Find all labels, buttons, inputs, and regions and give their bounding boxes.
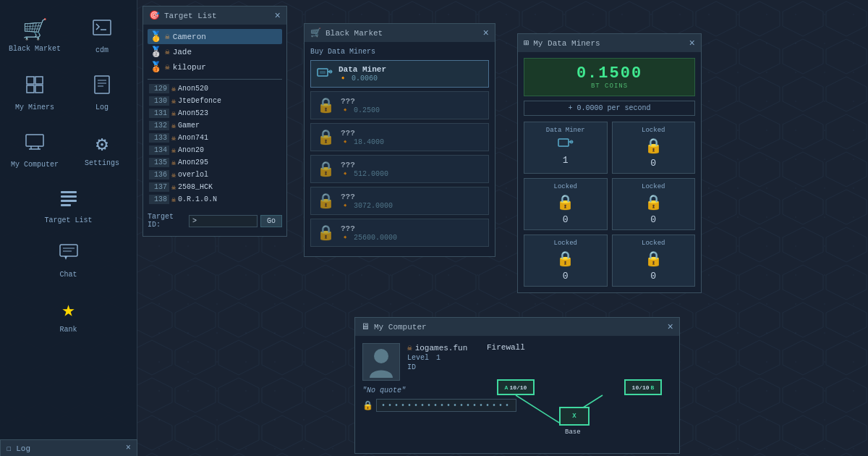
bm-item-name-2: ??? [341,97,482,106]
comp-site: iogames.fun [415,344,468,352]
miners-close[interactable]: × [689,38,695,48]
bm-item-info-5: ??? 🔸 3072.0000 [341,193,482,210]
sidebar-item-cdm[interactable]: cdm [72,9,133,63]
rank-silver-icon: 🥈 [150,46,162,58]
tl-skull-icon: ☠ [171,146,176,155]
tl-item-num: 131 [149,109,169,118]
miners-cell-count-3: 0 [563,214,569,225]
target-list-item[interactable]: 130 ☠ JteDefonce [148,95,282,107]
miners-cell-count-4: 0 [650,214,656,225]
miners-header[interactable]: ⊞ My Data Miners × [518,34,701,52]
bm-item-locked-4[interactable]: 🔒 ??? 🔸 3072.0000 [310,187,489,215]
computer-header[interactable]: 🖥 My Computer × [355,318,679,336]
lock-cell-icon-3: 🔒 [556,193,574,211]
black-market-icon: 🛒 [310,28,321,38]
tl-skull-icon: ☠ [171,171,176,180]
target-list-item[interactable]: 136 ☠ overlol [148,169,282,181]
svg-rect-7 [35,85,43,93]
lock-cell-icon-4: 🔒 [644,193,663,211]
sidebar-item-my-miners[interactable]: My Miners [4,66,66,120]
sidebar-item-black-market[interactable]: 🛒 Black Market [4,9,66,63]
sidebar-item-settings[interactable]: ⚙ Settings [72,123,133,177]
target-go-button[interactable]: Go [260,215,282,227]
sidebar-item-target-list[interactable]: Target List [0,180,137,232]
tl-skull-icon: ☠ [171,122,176,130]
svg-rect-5 [35,77,43,84]
bm-item-name-5: ??? [341,193,482,201]
sidebar-item-rank[interactable]: ★ Rank [0,289,137,341]
tl-item-name: Anon295 [178,159,208,166]
target-list-row-2[interactable]: 🥈 ☠ Jade [148,44,282,59]
tl-item-num: 132 [149,121,169,130]
black-market-title-row: 🛒 Black Market [310,28,383,38]
log-icon [92,75,112,101]
bm-item-locked-2[interactable]: 🔒 ??? 🔸 18.4000 [310,123,489,151]
target-list-item[interactable]: 132 ☠ Gamer [148,119,282,132]
sidebar-label-log: Log [95,104,109,111]
target-list-item[interactable]: 134 ☠ Anon20 [148,144,282,156]
target-list-row-1[interactable]: 🥇 ☠ Cameron [148,29,282,44]
sidebar-label-black-market: Black Market [9,45,61,53]
bm-item-data-miner[interactable]: Data Miner 🔸 0.0060 [310,60,489,88]
bm-coin-icon-1: 🔸 [339,75,347,83]
computer-avatar-row: ☠ iogames.fun Level 1 ID [362,343,478,381]
black-market-header[interactable]: 🛒 Black Market × [305,24,495,42]
target-list-item[interactable]: 133 ☠ Anon741 [148,132,282,144]
log-panel-header[interactable]: ☐ Log × [1,440,137,456]
log-panel-title: ☐ Log [7,444,30,453]
target-name-3: kilopur [173,63,206,72]
tl-item-num: 137 [149,182,169,192]
sidebar-item-chat[interactable]: Chat [0,235,137,286]
comp-password-row: 🔒 •••••••••••••••••••• [362,399,478,412]
tl-item-num: 134 [149,145,169,155]
computer-title-row: 🖥 My Computer [361,321,427,332]
tl-item-name: 0.R.1.0.N [178,195,217,203]
miners-cell-icon-1 [558,137,574,152]
target-id-input[interactable] [189,215,258,227]
black-market-close[interactable]: × [483,28,489,38]
tl-item-name: Anon20 [178,146,204,154]
target-list-close[interactable]: × [275,11,281,21]
target-list-icon-header: 🎯 [149,10,160,21]
bm-item-locked-5[interactable]: 🔒 ??? 🔸 25600.0000 [310,219,489,247]
miners-balance-amount: 0.1500 [530,64,689,83]
target-list-item[interactable]: 137 ☠ 2508_HCK [148,181,282,193]
miners-cell-label-4: Locked [642,183,665,190]
skull-icon-1: ☠ [165,32,170,41]
svg-rect-28 [558,139,569,146]
tl-item-num: 135 [149,158,169,167]
sidebar-item-my-computer[interactable]: My Computer [4,123,66,177]
black-market-content: Buy Data Miners Data Miner 🔸 0.0060 [305,42,495,256]
svg-rect-27 [320,71,326,74]
black-market-title: Black Market [326,29,383,38]
bm-coin-icon-4: 🔸 [341,170,349,178]
bm-item-price-1: 🔸 0.0060 [339,74,482,83]
sidebar-label-rank: Rank [59,326,77,334]
log-panel-close[interactable]: × [126,443,131,453]
miners-cell-4: Locked 🔒 0 [612,178,696,230]
comp-skull-icon: ☠ [407,343,412,352]
target-list-item[interactable]: 135 ☠ Anon295 [148,156,282,169]
target-list-item[interactable]: 138 ☠ 0.R.1.0.N [148,193,282,206]
target-list-row-3[interactable]: 🥉 ☠ kilopur [148,59,282,75]
password-lock-icon: 🔒 [362,400,373,411]
target-list-header[interactable]: 🎯 Target List × [143,7,286,25]
miners-grid: Data Miner 1 Locked 🔒 0 Locked [524,122,695,287]
tl-item-num: 130 [149,96,169,106]
miners-title: My Data Miners [533,39,600,48]
rank-bronze-icon: 🥉 [150,61,162,73]
tl-skull-icon: ☠ [171,159,176,167]
sidebar-item-log[interactable]: Log [72,66,133,120]
miners-cell-label-5: Locked [554,240,577,247]
fw-base-label: Base [565,428,581,436]
target-list-item[interactable]: 131 ☠ Anon523 [148,107,282,119]
target-list-item[interactable]: 129 ☠ Anon520 [148,83,282,95]
computer-close[interactable]: × [668,322,673,332]
bm-item-locked-1[interactable]: 🔒 ??? 🔸 0.2500 [310,91,489,119]
miners-cell-6: Locked 🔒 0 [612,235,696,287]
bm-item-locked-3[interactable]: 🔒 ??? 🔸 512.0000 [310,155,489,183]
target-list-icon [59,187,79,214]
lock-cell-icon-6: 🔒 [644,250,663,268]
svg-rect-19 [61,204,71,206]
miners-content: 0.1500 BT COINS + 0.0000 per second Data… [518,52,701,292]
